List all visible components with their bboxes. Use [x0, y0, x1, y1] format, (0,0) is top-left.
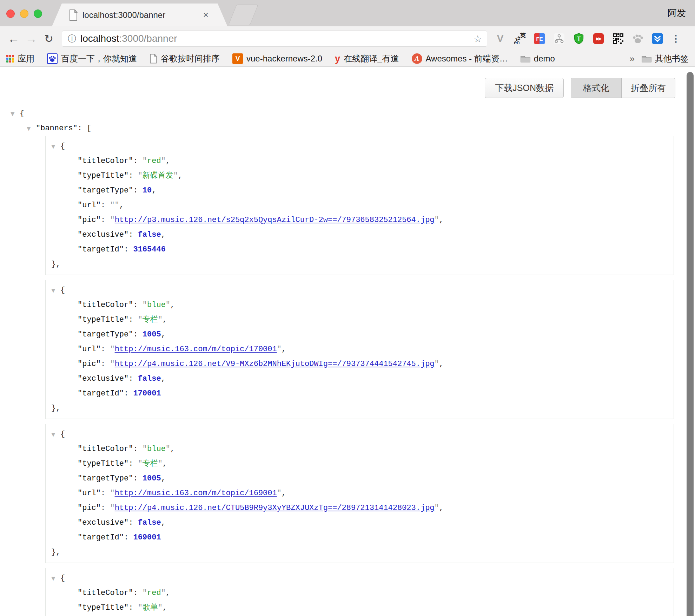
quote: "	[277, 345, 282, 354]
collapse-arrow-icon[interactable]: ▼	[11, 106, 20, 121]
translate-extension-icon[interactable]: 英 ⇄ en	[514, 33, 526, 45]
bookmark-baidu[interactable]: 百度一下，你就知道	[47, 53, 137, 64]
new-tab-button[interactable]	[228, 5, 258, 25]
reload-button[interactable]: ↻	[40, 32, 58, 45]
collapse-all-button[interactable]: 折叠所有	[622, 78, 675, 98]
bookmarks-right: » 其他书签	[630, 53, 689, 64]
bookmark-other-folder[interactable]: 其他书签	[642, 53, 689, 64]
bookmark-folder-demo[interactable]: demo	[521, 54, 555, 64]
colon: :	[133, 157, 142, 165]
comma: ,	[161, 518, 166, 527]
download-json-button[interactable]: 下载JSON数据	[485, 78, 564, 98]
json-item-props: "titleColor": "blue", "typeTitle": "专栏",…	[55, 442, 674, 545]
json-item-open: ▼{	[51, 139, 674, 154]
comma: ,	[166, 157, 170, 165]
vue-devtools-icon[interactable]: V	[494, 33, 506, 45]
quote: "	[158, 459, 163, 468]
json-value-link[interactable]: http://music.163.com/m/topic/170001	[115, 345, 277, 354]
paw-extension-icon[interactable]	[632, 33, 644, 45]
quote: "	[110, 504, 114, 512]
bookmark-vue-hackernews[interactable]: V vue-hackernews-2.0	[232, 53, 322, 64]
json-line-targetId: "targetId": 170001	[78, 386, 674, 401]
quote: "	[138, 315, 143, 324]
back-button[interactable]: ←	[5, 32, 22, 46]
format-button[interactable]: 格式化	[571, 78, 622, 98]
collapse-arrow-icon[interactable]: ▼	[51, 427, 60, 442]
bookmarks-overflow-chevron[interactable]: »	[630, 53, 635, 64]
colon: :	[128, 230, 138, 239]
url-host: localhost	[80, 33, 119, 44]
scrollbar-thumb[interactable]	[687, 72, 694, 616]
json-key: "targetId"	[78, 533, 124, 542]
json-key: "titleColor"	[78, 589, 133, 597]
comma: ,	[163, 459, 167, 468]
json-value-string: 新碟首发	[143, 171, 173, 180]
json-item-close: },	[51, 257, 674, 272]
bookmark-awesomes[interactable]: A Awesomes - 前端资…	[412, 53, 508, 64]
bookmark-star-icon[interactable]: ☆	[474, 33, 482, 45]
page-info-icon[interactable]: ⓘ	[68, 33, 76, 44]
json-value-string: blue	[147, 301, 166, 309]
bookmark-youdao-translate[interactable]: y 在线翻译_有道	[335, 53, 399, 64]
json-line-targetId: "targetId": 3165446	[78, 242, 674, 257]
sitemap-extension-icon[interactable]	[553, 33, 565, 45]
colon: :	[101, 345, 110, 354]
extensions-area: V 英 ⇄ en FE T ▶▶	[494, 33, 681, 45]
address-bar[interactable]: ⓘ localhost:3000/banner ☆	[62, 31, 487, 47]
json-line-pic: "pic": "http://p4.music.126.net/V9-MXz6b…	[78, 357, 674, 372]
quote: "	[110, 345, 114, 354]
qr-code-extension-icon[interactable]	[612, 33, 624, 45]
json-key: "banners"	[36, 124, 78, 133]
close-brace: },	[51, 260, 60, 269]
json-key: "url"	[78, 201, 101, 210]
collapse-arrow-icon[interactable]: ▼	[51, 283, 60, 298]
close-tab-icon[interactable]: ×	[203, 9, 208, 20]
colon: :	[133, 589, 142, 597]
collapse-arrow-icon[interactable]: ▼	[51, 571, 60, 586]
collapse-arrow-icon[interactable]: ▼	[27, 121, 36, 136]
bookmark-apps[interactable]: 应用	[6, 53, 34, 64]
json-value-boolean: false	[138, 230, 161, 239]
json-array-item: ▼{ "titleColor": "red", "typeTitle": "新碟…	[45, 136, 674, 275]
colon: :	[128, 459, 138, 468]
profile-name[interactable]: 阿发	[668, 7, 686, 19]
colon: :	[128, 374, 138, 383]
double-chevron-extension-icon[interactable]	[651, 33, 663, 45]
comma: ,	[161, 374, 166, 383]
json-line-exclusive: "exclusive": false,	[78, 372, 674, 386]
json-key: "pic"	[78, 216, 101, 224]
json-value-link[interactable]: http://p4.music.126.net/CTU5B9R9y3XyYBZX…	[115, 504, 435, 512]
colon: :	[128, 518, 138, 527]
comma: ,	[439, 360, 444, 368]
forward-button[interactable]: →	[22, 32, 40, 46]
awesomes-icon: A	[412, 53, 422, 64]
open-brace: {	[60, 574, 65, 583]
page-favicon-icon	[69, 9, 78, 21]
bookmark-google-sort[interactable]: 谷歌按时间排序	[150, 53, 220, 64]
quote: "	[435, 216, 439, 224]
quote: "	[158, 315, 163, 324]
page-content: 下载JSON数据 格式化 折叠所有 ▼{ ▼"banners": [ ▼{ "t…	[0, 67, 695, 616]
fe-extension-icon[interactable]: FE	[534, 33, 545, 45]
json-value-link[interactable]: http://p3.music.126.net/s25q2x5QyqsAzilC…	[115, 216, 435, 224]
json-value-string: 歌单	[143, 603, 158, 612]
quote: "	[143, 157, 147, 165]
json-value-link[interactable]: http://p4.music.126.net/V9-MXz6b2MNhEKju…	[115, 360, 435, 368]
collapse-arrow-icon[interactable]: ▼	[51, 139, 60, 154]
json-key: "exclusive"	[78, 374, 128, 383]
colon: :	[101, 216, 110, 224]
browser-menu-icon[interactable]: ⋮	[671, 33, 681, 44]
video-speed-extension-icon[interactable]: ▶▶	[593, 33, 604, 45]
json-value-link[interactable]: http://music.163.com/m/topic/169001	[115, 489, 277, 498]
json-root-children: ▼"banners": [ ▼{ "titleColor": "red", "t…	[16, 121, 674, 616]
colon: :	[124, 533, 133, 542]
minimize-window-button[interactable]	[20, 9, 28, 18]
json-root-open: ▼{	[11, 106, 674, 121]
tampermonkey-shield-icon[interactable]: T	[573, 33, 585, 45]
folder-icon	[521, 55, 530, 63]
zoom-window-button[interactable]	[34, 9, 42, 18]
open-brace: {	[60, 142, 65, 151]
browser-tab[interactable]: localhost:3000/banner ×	[52, 4, 227, 26]
comma: ,	[161, 330, 166, 339]
close-window-button[interactable]	[6, 9, 15, 18]
